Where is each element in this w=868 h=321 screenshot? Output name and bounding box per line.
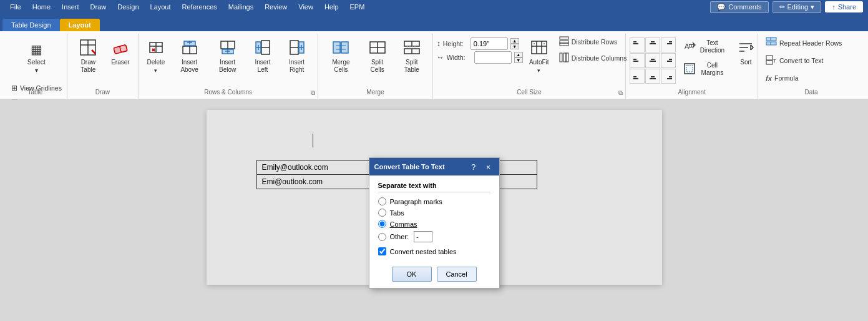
insert-below-icon xyxy=(218,37,238,57)
convert-to-text-button[interactable]: T Convert to Text xyxy=(762,52,846,69)
menu-design[interactable]: Design xyxy=(112,2,144,12)
align-tc[interactable] xyxy=(645,37,660,52)
svg-rect-85 xyxy=(766,56,773,60)
paragraph-marks-label[interactable]: Paragraph marks xyxy=(390,198,442,205)
menu-draw[interactable]: Draw xyxy=(85,2,112,12)
menu-home[interactable]: Home xyxy=(27,2,56,12)
menu-view[interactable]: View xyxy=(293,2,318,12)
radio-other[interactable] xyxy=(378,233,386,241)
delete-button[interactable]: Delete ▾ xyxy=(142,35,170,80)
ribbon: ▦ Select ▾ ⊞ View Gridlines ☰ Properties… xyxy=(0,31,868,100)
height-up[interactable]: ▲ xyxy=(510,38,519,44)
draw-table-button[interactable]: Draw Table xyxy=(71,35,105,80)
nested-label[interactable]: Convert nested tables xyxy=(390,248,457,255)
svg-rect-32 xyxy=(341,42,348,53)
insert-above-button[interactable]: Insert Above xyxy=(171,35,208,80)
convert-to-text-icon: T xyxy=(766,54,777,67)
menu-mailings[interactable]: Mailings xyxy=(223,2,258,12)
menu-epm[interactable]: EPM xyxy=(345,2,370,12)
align-mc[interactable] xyxy=(645,53,660,68)
text-direction-button[interactable]: A B Text Direction xyxy=(680,36,729,57)
comment-icon: 💬 xyxy=(717,3,726,11)
cell-size-inputs: ↕ Height: ▲ ▼ ↔ Width: ▲ xyxy=(437,35,523,64)
repeat-header-rows-button[interactable]: Repeat Header Rows xyxy=(762,35,846,51)
height-spinner[interactable]: ▲ ▼ xyxy=(510,38,519,49)
svg-rect-82 xyxy=(766,42,776,45)
commas-label[interactable]: Commas xyxy=(390,220,417,228)
radio-commas: Commas xyxy=(378,220,490,228)
insert-left-button[interactable]: Insert Left xyxy=(247,35,278,80)
height-input[interactable] xyxy=(471,37,508,50)
select-icon: ▦ xyxy=(31,42,42,57)
menu-help[interactable]: Help xyxy=(319,2,344,12)
cell-size-expand-icon[interactable]: ⧉ xyxy=(618,89,623,97)
align-tr[interactable] xyxy=(661,37,676,52)
sort-button[interactable]: Sort xyxy=(732,35,759,80)
insert-right-button[interactable]: Insert Right xyxy=(280,35,315,80)
svg-rect-62 xyxy=(633,59,636,60)
tab-table-design[interactable]: Table Design xyxy=(2,19,60,31)
other-input[interactable] xyxy=(414,231,432,242)
align-bl[interactable] xyxy=(630,69,645,84)
alignment-grid xyxy=(630,37,676,84)
align-br[interactable] xyxy=(661,69,676,84)
merge-cells-button[interactable]: Merge Cells xyxy=(322,35,359,80)
radio-paragraph[interactable] xyxy=(378,197,386,205)
menu-insert[interactable]: Insert xyxy=(57,2,84,12)
ribbon-group-rows-cols: Delete ▾ Insert Above xyxy=(139,34,318,99)
nested-checkbox[interactable] xyxy=(378,247,386,255)
width-input[interactable] xyxy=(474,51,512,64)
align-tl[interactable] xyxy=(630,37,645,52)
svg-rect-72 xyxy=(669,76,672,77)
comments-button[interactable]: 💬 Comments xyxy=(710,1,768,13)
rows-cols-expand-icon[interactable]: ⧉ xyxy=(311,89,315,97)
document-area: Emily@outlook.com Emi@outlook.com Conver… xyxy=(0,100,868,321)
select-chevron: ▾ xyxy=(35,67,38,74)
dialog-ok-button[interactable]: OK xyxy=(392,267,432,282)
menubar: File Home Insert Draw Design Layout Refe… xyxy=(0,0,868,14)
height-label: Height: xyxy=(443,40,468,47)
tabs-label[interactable]: Tabs xyxy=(390,209,404,217)
eraser-button[interactable]: Eraser xyxy=(107,35,134,80)
menu-layout[interactable]: Layout xyxy=(145,2,176,12)
svg-rect-66 xyxy=(669,59,672,60)
cell-margins-button[interactable]: Cell Margins xyxy=(680,59,729,80)
align-ml[interactable] xyxy=(630,53,645,68)
split-cells-button[interactable]: Split Cells xyxy=(361,35,394,80)
menu-file[interactable]: File xyxy=(5,2,26,12)
svg-rect-68 xyxy=(633,76,636,77)
dialog-cancel-button[interactable]: Cancel xyxy=(437,267,477,282)
svg-rect-86 xyxy=(766,61,773,64)
tab-layout[interactable]: Layout xyxy=(60,19,100,31)
width-up[interactable]: ▲ xyxy=(514,52,523,57)
width-down[interactable]: ▼ xyxy=(514,57,523,63)
radio-tabs[interactable] xyxy=(378,209,386,217)
svg-rect-65 xyxy=(650,61,656,62)
svg-rect-81 xyxy=(766,37,776,41)
width-spinner[interactable]: ▲ ▼ xyxy=(514,52,523,63)
distribute-rows-icon xyxy=(559,36,569,47)
menu-review[interactable]: Review xyxy=(260,2,292,12)
align-mr[interactable] xyxy=(661,53,676,68)
editing-chevron: ▾ xyxy=(811,3,814,11)
other-label[interactable]: Other: xyxy=(390,233,409,240)
radio-commas[interactable] xyxy=(378,220,386,228)
share-button[interactable]: ↑ Share xyxy=(825,1,863,12)
dialog-help-button[interactable]: ? xyxy=(468,161,479,172)
align-bc[interactable] xyxy=(645,69,660,84)
distribute-rows-button[interactable]: Distribute Rows xyxy=(555,35,631,49)
svg-rect-76 xyxy=(685,64,695,74)
select-button[interactable]: ▦ Select ▾ xyxy=(7,35,66,80)
dialog-close-button[interactable]: × xyxy=(483,161,494,172)
svg-rect-51 xyxy=(560,41,568,43)
merge-group-label: Merge xyxy=(318,87,432,97)
distribute-columns-button[interactable]: Distribute Columns xyxy=(555,51,631,65)
insert-below-button[interactable]: Insert Below xyxy=(209,35,246,80)
formula-button[interactable]: fx Formula xyxy=(762,70,846,86)
height-down[interactable]: ▼ xyxy=(510,44,519,49)
editing-button[interactable]: ✏ Editing ▾ xyxy=(773,1,822,13)
svg-rect-63 xyxy=(633,61,638,62)
menu-references[interactable]: References xyxy=(177,2,222,12)
split-table-button[interactable]: Split Table xyxy=(395,35,429,80)
autofit-button[interactable]: AutoFit ▾ xyxy=(525,35,553,80)
